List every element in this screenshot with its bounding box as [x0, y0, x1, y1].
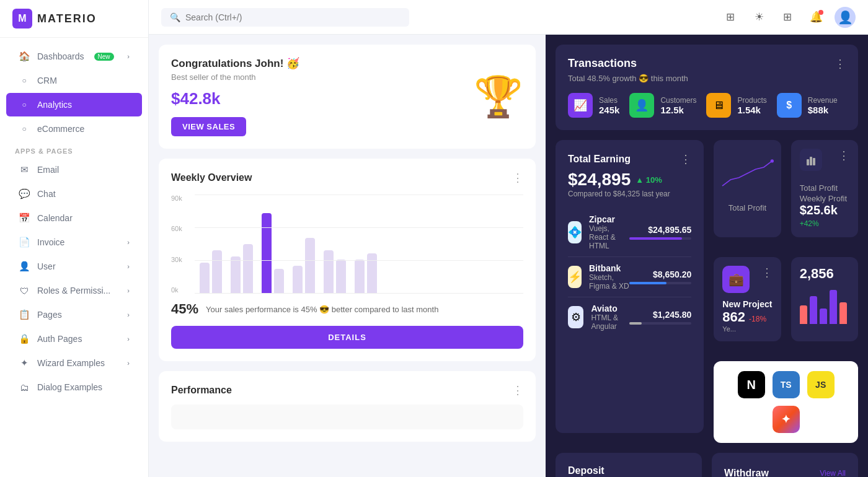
next-logo: N	[738, 371, 765, 398]
circle-icon: ○	[19, 123, 30, 134]
sidebar-item-label: Chat	[37, 189, 56, 199]
bitbank-icon: ⚡	[568, 266, 582, 288]
weekly-pct: 45%	[171, 301, 198, 317]
sales-label: Sales	[599, 96, 619, 105]
bar	[355, 260, 365, 294]
np-value: 862	[722, 309, 745, 325]
sidebar-item-crm[interactable]: ○ CRM	[6, 69, 142, 92]
avatar-image: 👤	[838, 10, 853, 25]
bitbank-name: Bitbank	[589, 263, 629, 273]
sidebar-item-chat[interactable]: 💬 Chat	[6, 182, 142, 206]
svg-rect-2	[813, 158, 815, 165]
header-right: ⊞ ☀ ⊞ 🔔 👤	[720, 7, 856, 28]
weekly-profit-label: Weekly Profit	[800, 194, 849, 203]
total-profit-value: $25.6k	[800, 203, 838, 217]
search-bar[interactable]: 🔍	[161, 8, 409, 27]
deposit-title: Deposit	[568, 465, 689, 476]
mini-bar	[820, 309, 827, 324]
sidebar-item-label: Analytics	[37, 100, 72, 110]
earning-pct: ▲ 10%	[636, 175, 662, 185]
sales-value: 245k	[599, 105, 619, 115]
sidebar-item-label: Roles & Permissi...	[37, 286, 110, 295]
revenue-value: $88k	[808, 105, 838, 115]
congrats-subtitle: Best seller of the month	[171, 72, 299, 82]
bm-value: 2,856	[800, 266, 849, 282]
sidebar-item-wizard[interactable]: ✦ Wizard Examples ›	[6, 351, 142, 375]
performance-menu-icon[interactable]: ⋮	[512, 383, 523, 397]
sidebar-item-email[interactable]: ✉ Email	[6, 158, 142, 182]
sidebar-item-ecommerce[interactable]: ○ eCommerce	[6, 117, 142, 141]
weekly-menu-icon[interactable]: ⋮	[512, 171, 523, 185]
withdraw-card: Withdraw View All	[712, 453, 858, 477]
customers-value: 12.5k	[660, 105, 696, 115]
transactions-menu-icon[interactable]: ⋮	[835, 57, 846, 71]
sidebar: M MATERIO 🏠 Dashboards New › ○ CRM ○ Ana…	[0, 0, 149, 477]
np-menu-icon[interactable]: ⋮	[761, 266, 773, 279]
withdraw-section: Withdraw View All	[724, 468, 846, 477]
new-badge: New	[94, 53, 114, 61]
withdraw-view-all[interactable]: View All	[820, 469, 846, 477]
grid-icon[interactable]: ⊞	[777, 7, 797, 27]
earning-value: $24,895	[568, 170, 631, 190]
total-profit-value-card: ⋮ Total Profit Weekly Profit $25.6k +42%	[791, 140, 858, 237]
notification-icon[interactable]: 🔔	[806, 7, 826, 27]
weekly-overview-card: Weekly Overview ⋮ 90k 60k 30k 0k	[159, 159, 536, 361]
total-profit-label2: Total Profit	[800, 183, 849, 193]
congrats-card: Congratulations John! 🥳 Best seller of t…	[159, 45, 536, 149]
np-label: Ye...	[722, 325, 772, 333]
sidebar-item-label: Calendar	[37, 213, 73, 223]
sidebar-item-auth[interactable]: 🔒 Auth Pages ›	[6, 327, 142, 351]
sidebar-item-label: User	[37, 261, 56, 271]
bitbank-amount: $8,650.20	[629, 269, 691, 279]
sidebar-item-pages[interactable]: 📋 Pages ›	[6, 303, 142, 326]
avatar[interactable]: 👤	[835, 7, 856, 28]
earning-menu-icon[interactable]: ⋮	[680, 152, 691, 166]
sidebar-item-user[interactable]: 👤 User ›	[6, 255, 142, 278]
trophy-icon: 🏆	[474, 74, 523, 120]
bar	[324, 250, 334, 294]
sidebar-item-roles[interactable]: 🛡 Roles & Permissi... ›	[6, 279, 142, 302]
sidebar-item-label: eCommerce	[37, 124, 84, 134]
circle-active-icon: ○	[19, 99, 30, 110]
bar	[293, 266, 303, 294]
sidebar-item-label: Dialog Examples	[37, 382, 102, 392]
details-button[interactable]: DETAILS	[171, 326, 523, 349]
deposit-card: Deposit	[556, 453, 702, 477]
sidebar-item-dashboards[interactable]: 🏠 Dashboards New ›	[6, 45, 142, 68]
sidebar-item-analytics[interactable]: ○ Analytics	[6, 93, 142, 116]
bar-primary	[262, 213, 272, 294]
bar	[274, 269, 284, 294]
customers-icon: 👤	[629, 93, 654, 118]
header: 🔍 ⊞ ☀ ⊞ 🔔 👤	[149, 0, 868, 35]
total-earning-title: Total Earning	[568, 154, 631, 165]
sidebar-item-label: Pages	[37, 310, 62, 320]
new-project-card: 💼 ⋮ New Project 862 -18% Ye...	[714, 257, 781, 341]
mini-bar	[830, 290, 837, 324]
content-left: Congratulations John! 🥳 Best seller of t…	[149, 35, 546, 477]
mini-bar	[810, 296, 817, 324]
mini-bar	[800, 305, 807, 324]
performance-card: Performance ⋮	[159, 371, 536, 442]
earning-item-zipcar: 💠 Zipcar Vuejs, React & HTML $24,895.65	[568, 208, 691, 257]
total-earning-card: Total Earning ⋮ $24,895 ▲ 10% Compared t…	[556, 140, 704, 433]
bar-group-3	[262, 213, 284, 294]
theme-icon[interactable]: ☀	[749, 7, 769, 27]
calendar-icon: 📅	[19, 212, 30, 224]
transactions-card: Transactions Total 48.5% growth 😎 this m…	[556, 45, 858, 130]
sidebar-item-invoice[interactable]: 📄 Invoice ›	[6, 230, 142, 254]
sidebar-item-dialog[interactable]: 🗂 Dialog Examples	[6, 375, 142, 399]
home-icon: 🏠	[19, 51, 30, 62]
wizard-icon: ✦	[19, 357, 30, 369]
translate-icon[interactable]: ⊞	[720, 7, 740, 27]
aviato-name: Aviato	[591, 304, 629, 313]
revenue-label: Revenue	[808, 96, 838, 105]
sidebar-item-calendar[interactable]: 📅 Calendar	[6, 206, 142, 230]
mini-bars	[800, 287, 849, 324]
profit-menu-icon[interactable]: ⋮	[838, 149, 849, 162]
bar	[212, 250, 222, 294]
view-sales-button[interactable]: VIEW SALES	[171, 117, 246, 136]
withdraw-title: Withdraw	[724, 468, 769, 477]
chevron-icon: ›	[127, 263, 130, 270]
search-input[interactable]	[185, 12, 401, 22]
total-profit-label: Total Profit	[722, 203, 772, 212]
